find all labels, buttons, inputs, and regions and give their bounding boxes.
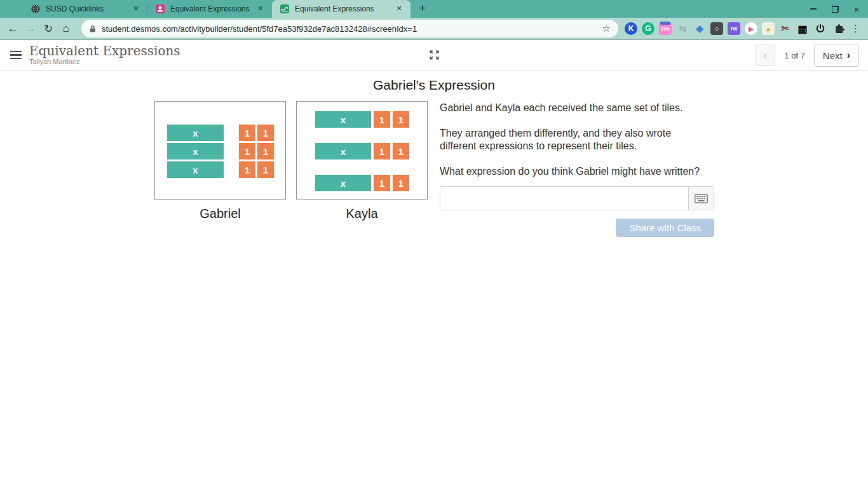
screencast-20h-extension-icon[interactable]: 20h <box>659 22 672 35</box>
keyboard-toggle-button[interactable] <box>688 187 714 210</box>
one-tile: 1 <box>239 161 255 178</box>
chevron-right-icon: › <box>847 50 850 61</box>
browser-toolbar: ← → ↻ ⌂ student.desmos.com/activitybuild… <box>0 18 868 40</box>
globe-favicon-icon <box>31 4 41 14</box>
share-with-class-button[interactable]: Share with Class <box>616 219 714 237</box>
kayla-label: Kayla <box>296 207 428 221</box>
desmos-favicon-icon <box>280 4 290 14</box>
tab-close-icon[interactable]: × <box>131 4 141 14</box>
one-tile: 1 <box>393 111 409 128</box>
sync-gray-extension-icon[interactable]: ⇆ <box>676 22 689 35</box>
tab-close-icon[interactable]: × <box>255 4 266 14</box>
tab-equivalent-expressions-1[interactable]: Equivalent Expressions × <box>147 0 272 18</box>
kayla-tile-rows: x11x11x11 <box>315 111 409 191</box>
page-indicator: 1 of 7 <box>784 51 805 60</box>
one-tile: 1 <box>257 143 274 159</box>
prompt-paragraph: What expression do you think Gabriel mig… <box>440 165 710 178</box>
next-screen-button[interactable]: Next› <box>814 44 859 67</box>
qr-code-extension-icon[interactable]: ▦ <box>796 22 809 35</box>
forward-icon[interactable]: → <box>22 20 39 37</box>
extensions-puzzle-icon[interactable] <box>832 22 846 36</box>
lock-icon <box>89 25 97 33</box>
person-favicon-icon <box>155 4 165 14</box>
tab-title: Equivalent Expressions <box>170 4 250 13</box>
read-write-extension-icon[interactable]: rw <box>728 22 740 35</box>
screen-title: Gabriel's Expression <box>0 71 868 93</box>
browser-tab-strip: SUSD Quicklinks × Equivalent Expressions… <box>0 0 868 18</box>
prompt-paragraph: Gabriel and Kayla each received the same… <box>440 102 710 114</box>
gabriel-tiles-card: xxx 111111 <box>154 101 286 200</box>
grammarly-extension-icon[interactable]: G <box>642 22 654 35</box>
activity-screen: Gabriel's Expression xxx 111111 Gabriel … <box>0 71 868 487</box>
play-pink-extension-icon[interactable]: ▶ <box>745 22 757 35</box>
x-tile: x <box>315 111 371 128</box>
gabriel-one-tiles: 111111 <box>239 125 274 178</box>
one-tile: 1 <box>239 125 255 141</box>
gabriel-label: Gabriel <box>154 207 286 221</box>
activity-header: Equivalent Expressions Taliyah Martinez … <box>0 40 868 71</box>
extensions-row: KG20h⇆◆○rw▶▲✂▦ <box>623 22 847 36</box>
tab-susd-quicklinks[interactable]: SUSD Quicklinks × <box>23 0 147 18</box>
x-tile: x <box>167 143 224 159</box>
window-restore-button[interactable] <box>827 1 843 17</box>
window-minimize-button[interactable] <box>806 1 821 17</box>
home-icon[interactable]: ⌂ <box>57 20 75 37</box>
one-tile: 1 <box>257 125 274 141</box>
previous-screen-button[interactable]: ‹ <box>755 44 775 66</box>
reload-icon[interactable]: ↻ <box>39 20 57 37</box>
question-panel: Gabriel and Kayla each received the same… <box>440 100 714 237</box>
back-icon[interactable]: ← <box>4 20 22 37</box>
camera-dark-extension-icon[interactable]: ○ <box>710 22 723 35</box>
bookmark-star-icon[interactable]: ☆ <box>601 23 612 34</box>
kami-extension-icon[interactable]: K <box>625 22 637 35</box>
jar-extension-icon[interactable]: ▲ <box>762 22 775 35</box>
url-bar[interactable]: student.desmos.com/activitybuilder/stude… <box>81 20 618 37</box>
tab-title: Equivalent Expressions <box>295 4 389 13</box>
one-tile: 1 <box>239 143 255 159</box>
one-tile: 1 <box>374 111 390 128</box>
blue-gem-extension-icon[interactable]: ◆ <box>693 22 706 35</box>
one-tile: 1 <box>393 143 409 159</box>
kayla-tile-row: x11 <box>315 111 409 128</box>
one-tile: 1 <box>374 175 390 191</box>
window-close-button[interactable]: × <box>849 1 864 17</box>
tab-close-icon[interactable]: × <box>394 4 404 14</box>
power-extension-icon[interactable] <box>813 22 827 36</box>
student-name: Taliyah Martinez <box>29 58 180 65</box>
browser-menu-icon[interactable]: ⋮ <box>847 23 863 34</box>
expression-input[interactable] <box>440 187 688 210</box>
activity-title: Equivalent Expressions <box>29 44 180 57</box>
x-tile: x <box>315 175 371 191</box>
tab-equivalent-expressions-active[interactable]: Equivalent Expressions × <box>272 0 410 18</box>
tab-title: SUSD Quicklinks <box>46 4 126 13</box>
new-tab-button[interactable]: + <box>414 1 431 17</box>
gabriel-x-tiles: xxx <box>167 125 224 178</box>
kayla-tile-row: x11 <box>315 143 409 159</box>
x-tile: x <box>167 125 224 141</box>
x-tile: x <box>315 143 371 159</box>
url-text: student.desmos.com/activitybuilder/stude… <box>102 24 601 34</box>
scissors-extension-icon[interactable]: ✂ <box>779 22 792 35</box>
hamburger-menu-icon[interactable] <box>5 44 27 66</box>
kayla-tile-row: x11 <box>315 175 409 191</box>
one-tile: 1 <box>257 161 274 178</box>
fullscreen-icon[interactable] <box>424 46 444 65</box>
prompt-paragraph: They arranged them differently, and they… <box>440 127 710 152</box>
one-tile: 1 <box>393 175 409 191</box>
kayla-tiles-card: x11x11x11 <box>296 101 428 200</box>
one-tile: 1 <box>374 143 390 159</box>
x-tile: x <box>167 161 224 178</box>
